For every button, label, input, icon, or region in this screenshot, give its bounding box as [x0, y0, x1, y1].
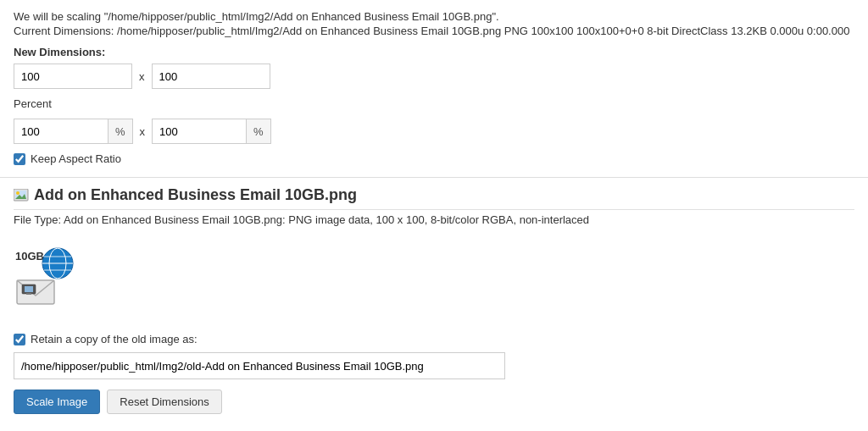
current-dimensions-line: Current Dimensions: /home/hipposer/publi… [14, 25, 854, 37]
file-type-line: File Type: Add on Enhanced Business Emai… [14, 213, 854, 226]
image-file-icon [14, 189, 29, 202]
retain-copy-row: Retain a copy of the old image as: [14, 333, 854, 345]
scaling-info-line: We will be scaling "/home/hipposer/publi… [14, 10, 854, 23]
image-preview: 10GB [14, 245, 77, 308]
image-title: Add on Enhanced Business Email 10GB.png [34, 186, 357, 204]
x-label-1: x [139, 70, 145, 83]
new-dimensions-label: New Dimensions: [14, 46, 854, 58]
percent-label: Percent [14, 97, 52, 110]
svg-rect-12 [25, 286, 33, 292]
scale-image-button[interactable]: Scale Image [14, 390, 100, 414]
dimensions-row: x [14, 64, 854, 89]
percent-width-input[interactable] [14, 119, 108, 143]
height-input[interactable] [152, 64, 270, 89]
keep-aspect-ratio-label: Keep Aspect Ratio [31, 152, 121, 165]
svg-point-2 [16, 191, 19, 195]
percent-inputs-row: % x % [14, 119, 854, 144]
image-info-section: Add on Enhanced Business Email 10GB.png … [0, 177, 868, 414]
retain-path-input[interactable] [14, 352, 505, 379]
reset-dimensions-button[interactable]: Reset Dimensions [107, 390, 222, 414]
percent-height-symbol: % [246, 119, 270, 143]
x-label-2: x [140, 125, 146, 138]
percent-row: Percent [14, 97, 854, 110]
width-input[interactable] [14, 64, 132, 89]
button-row: Scale Image Reset Dimensions [14, 390, 854, 414]
svg-rect-13 [26, 293, 31, 295]
retain-copy-checkbox[interactable] [14, 334, 25, 345]
image-preview-area: 10GB [14, 236, 854, 319]
percent-width-wrapper: % [14, 119, 133, 144]
image-title-row: Add on Enhanced Business Email 10GB.png [14, 186, 854, 210]
percent-height-input[interactable] [153, 119, 246, 143]
retain-copy-label: Retain a copy of the old image as: [31, 333, 198, 345]
keep-aspect-ratio-checkbox[interactable] [14, 153, 25, 165]
svg-text:10GB: 10GB [15, 250, 44, 262]
percent-height-wrapper: % [152, 119, 271, 144]
keep-aspect-ratio-row: Keep Aspect Ratio [14, 152, 854, 165]
percent-width-symbol: % [108, 119, 132, 143]
